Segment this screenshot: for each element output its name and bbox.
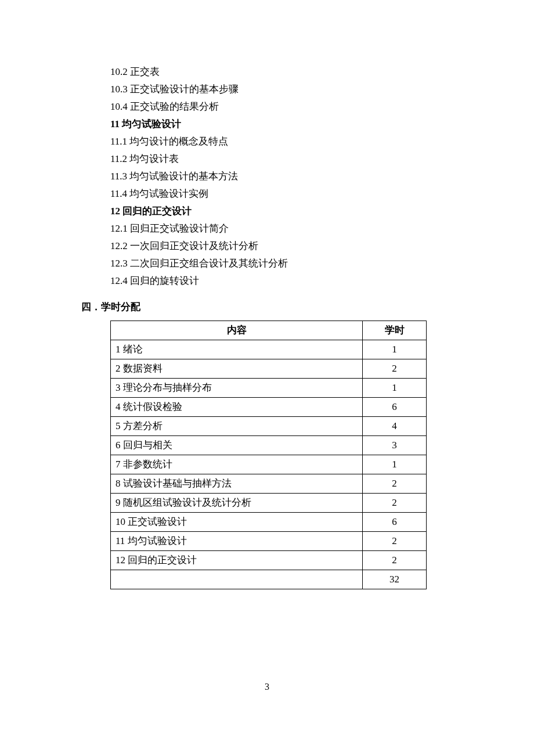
table-row: 7 非参数统计1 xyxy=(111,455,427,474)
table-row: 4 统计假设检验6 xyxy=(111,398,427,417)
outline-line: 11.3 均匀试验设计的基本方法 xyxy=(110,168,464,185)
cell-content xyxy=(111,570,363,589)
cell-content: 9 随机区组试验设计及统计分析 xyxy=(111,494,363,513)
outline-line: 11.2 均匀设计表 xyxy=(110,150,464,168)
cell-hours: 2 xyxy=(363,532,427,551)
outline-line: 11 均匀试验设计 xyxy=(110,116,464,133)
cell-content: 10 正交试验设计 xyxy=(111,513,363,532)
table-row: 9 随机区组试验设计及统计分析2 xyxy=(111,494,427,513)
hours-table-wrap: 内容 学时 1 绪论12 数据资料23 理论分布与抽样分布14 统计假设检验65… xyxy=(0,321,534,589)
header-content: 内容 xyxy=(111,321,363,340)
cell-content: 5 方差分析 xyxy=(111,417,363,436)
cell-hours: 4 xyxy=(363,417,427,436)
outline-line: 10.4 正交试验的结果分析 xyxy=(110,98,464,116)
outline-line: 11.1 均匀设计的概念及特点 xyxy=(110,133,464,150)
outline-line: 12.1 回归正交试验设计简介 xyxy=(110,220,464,237)
cell-content: 1 绪论 xyxy=(111,340,363,359)
cell-hours: 2 xyxy=(363,551,427,570)
outline-line: 10.2 正交表 xyxy=(110,63,464,81)
outline-content: 10.2 正交表10.3 正交试验设计的基本步骤10.4 正交试验的结果分析11… xyxy=(0,63,534,290)
hours-table: 内容 学时 1 绪论12 数据资料23 理论分布与抽样分布14 统计假设检验65… xyxy=(110,321,427,589)
cell-content: 2 数据资料 xyxy=(111,359,363,379)
outline-line: 12.4 回归的旋转设计 xyxy=(110,272,464,290)
table-header-row: 内容 学时 xyxy=(111,321,427,340)
table-row: 8 试验设计基础与抽样方法2 xyxy=(111,474,427,494)
cell-hours: 32 xyxy=(363,570,427,589)
table-row: 6 回归与相关3 xyxy=(111,436,427,455)
cell-content: 3 理论分布与抽样分布 xyxy=(111,379,363,398)
cell-hours: 6 xyxy=(363,398,427,417)
table-row: 2 数据资料2 xyxy=(111,359,427,379)
table-row: 10 正交试验设计6 xyxy=(111,513,427,532)
cell-hours: 2 xyxy=(363,359,427,379)
section-heading: 四．学时分配 xyxy=(0,298,534,316)
cell-content: 6 回归与相关 xyxy=(111,436,363,455)
cell-content: 4 统计假设检验 xyxy=(111,398,363,417)
cell-hours: 3 xyxy=(363,436,427,455)
cell-hours: 1 xyxy=(363,340,427,359)
cell-hours: 2 xyxy=(363,474,427,494)
page-number: 3 xyxy=(0,682,534,692)
outline-line: 12.3 二次回归正交组合设计及其统计分析 xyxy=(110,255,464,272)
cell-content: 11 均匀试验设计 xyxy=(111,532,363,551)
outline-line: 11.4 均匀试验设计实例 xyxy=(110,185,464,203)
cell-hours: 6 xyxy=(363,513,427,532)
header-hours: 学时 xyxy=(363,321,427,340)
cell-content: 7 非参数统计 xyxy=(111,455,363,474)
table-row: 32 xyxy=(111,570,427,589)
table-row: 3 理论分布与抽样分布1 xyxy=(111,379,427,398)
table-row: 5 方差分析4 xyxy=(111,417,427,436)
cell-hours: 2 xyxy=(363,494,427,513)
outline-line: 12 回归的正交设计 xyxy=(110,203,464,220)
cell-hours: 1 xyxy=(363,379,427,398)
table-row: 11 均匀试验设计2 xyxy=(111,532,427,551)
cell-content: 8 试验设计基础与抽样方法 xyxy=(111,474,363,494)
outline-line: 12.2 一次回归正交设计及统计分析 xyxy=(110,237,464,255)
table-row: 1 绪论1 xyxy=(111,340,427,359)
table-row: 12 回归的正交设计2 xyxy=(111,551,427,570)
cell-content: 12 回归的正交设计 xyxy=(111,551,363,570)
outline-line: 10.3 正交试验设计的基本步骤 xyxy=(110,81,464,98)
cell-hours: 1 xyxy=(363,455,427,474)
